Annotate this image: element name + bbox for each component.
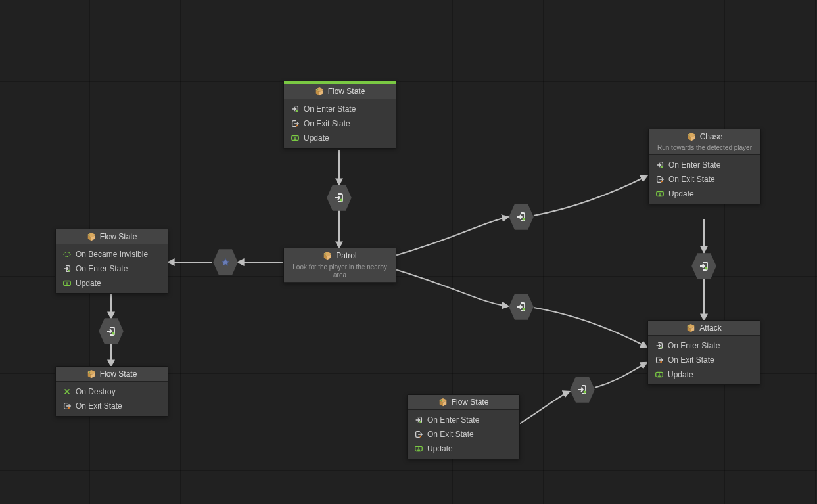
exit-state-icon: [655, 355, 664, 365]
port-label: Update: [668, 369, 693, 380]
node-header[interactable]: Attack: [648, 321, 760, 336]
exit-state-icon: [414, 430, 423, 439]
transition-patrol-to-chase[interactable]: [508, 204, 534, 230]
port-label: On Exit State: [76, 400, 122, 412]
box-icon: [686, 323, 695, 332]
transition-patrol-to-attack[interactable]: [508, 294, 534, 320]
box-icon: [87, 232, 96, 241]
node-body: On Destroy On Exit State: [56, 382, 168, 416]
node-flow-state-left-1[interactable]: Flow State On Became Invisible On Enter …: [55, 229, 168, 294]
node-body: On Became Invisible On Enter State Updat…: [56, 244, 168, 293]
node-title: Flow State: [328, 87, 365, 96]
update-icon: [62, 279, 72, 288]
exit-state-icon: [655, 175, 665, 184]
port-update[interactable]: Update: [56, 276, 168, 290]
exit-state-icon: [62, 401, 72, 411]
port-label: On Enter State: [76, 263, 128, 275]
port-label: On Destroy: [76, 386, 116, 398]
node-header[interactable]: Patrol: [284, 248, 396, 263]
node-body: On Enter State On Exit State Update: [284, 99, 396, 148]
node-title: Flow State: [100, 232, 137, 241]
node-title: Flow State: [100, 369, 137, 378]
transition-bottom-to-attack-selected[interactable]: [569, 377, 595, 403]
node-chase[interactable]: Chase Run towards the detected player On…: [648, 129, 761, 204]
node-header[interactable]: Flow State: [56, 367, 168, 382]
port-label: Update: [76, 277, 101, 289]
node-flow-state-bottom[interactable]: Flow State On Enter State On Exit State …: [407, 394, 520, 459]
port-label: On Became Invisible: [76, 248, 148, 260]
port-update[interactable]: Update: [284, 131, 396, 145]
port-update[interactable]: Update: [649, 187, 760, 201]
box-icon: [438, 398, 448, 407]
port-label: On Enter State: [668, 340, 720, 352]
port-on-enter-state[interactable]: On Enter State: [648, 338, 760, 353]
node-subtitle: Run towards the detected player: [649, 144, 760, 155]
node-header[interactable]: Flow State: [56, 229, 168, 244]
port-label: On Enter State: [427, 414, 479, 426]
box-icon: [87, 369, 96, 378]
node-header[interactable]: Flow State: [284, 81, 396, 99]
enter-state-icon: [655, 160, 665, 170]
update-icon: [291, 133, 300, 143]
box-icon: [315, 87, 324, 96]
port-update[interactable]: Update: [408, 442, 519, 456]
node-title: Flow State: [452, 398, 489, 407]
node-attack[interactable]: Attack On Enter State On Exit State Upda…: [647, 320, 760, 385]
box-icon: [687, 132, 696, 141]
port-label: On Enter State: [668, 159, 720, 171]
update-icon: [414, 444, 423, 453]
exit-state-icon: [291, 119, 300, 128]
node-flow-state-start[interactable]: Flow State On Enter State On Exit State …: [283, 81, 396, 149]
port-label: On Exit State: [427, 428, 474, 440]
destroy-icon: [62, 387, 72, 396]
node-title: Attack: [699, 323, 721, 332]
transition-any-to-leftflow[interactable]: [212, 249, 239, 275]
port-on-exit-state[interactable]: On Exit State: [56, 399, 168, 413]
port-label: On Exit State: [304, 118, 350, 129]
port-on-enter-state[interactable]: On Enter State: [284, 102, 396, 116]
port-label: Update: [668, 188, 694, 200]
port-on-exit-state[interactable]: On Exit State: [408, 427, 519, 442]
port-on-exit-state[interactable]: On Exit State: [649, 172, 760, 187]
became-invisible-icon: [62, 250, 72, 259]
node-patrol[interactable]: Patrol Look for the player in the nearby…: [283, 248, 396, 283]
port-on-enter-state[interactable]: On Enter State: [56, 262, 168, 276]
node-header[interactable]: Chase: [649, 129, 760, 144]
node-title: Chase: [700, 132, 723, 141]
transition-start-to-patrol[interactable]: [326, 185, 352, 211]
enter-state-icon: [291, 104, 300, 114]
enter-state-icon: [62, 264, 72, 273]
port-on-enter-state[interactable]: On Enter State: [408, 413, 519, 427]
enter-state-icon: [655, 341, 664, 350]
node-body: On Enter State On Exit State Update: [648, 336, 760, 384]
port-label: On Exit State: [668, 354, 714, 366]
port-label: Update: [304, 132, 329, 144]
port-on-destroy[interactable]: On Destroy: [56, 384, 168, 399]
port-label: Update: [427, 443, 453, 455]
update-icon: [655, 370, 664, 379]
graph-canvas[interactable]: Flow State On Enter State On Exit State …: [0, 0, 817, 504]
port-label: On Enter State: [304, 103, 356, 115]
port-update[interactable]: Update: [648, 367, 760, 382]
node-title: Patrol: [336, 251, 356, 260]
transition-left1-to-left2[interactable]: [98, 318, 124, 344]
enter-state-icon: [414, 415, 423, 424]
node-subtitle: Look for the player in the nearby area: [284, 263, 396, 283]
node-body: On Enter State On Exit State Update: [408, 410, 519, 459]
port-on-exit-state[interactable]: On Exit State: [284, 116, 396, 131]
node-flow-state-left-2[interactable]: Flow State On Destroy On Exit State: [55, 366, 168, 417]
update-icon: [655, 189, 665, 198]
box-icon: [323, 251, 332, 260]
port-on-enter-state[interactable]: On Enter State: [649, 158, 760, 172]
port-label: On Exit State: [668, 173, 715, 185]
port-on-became-invisible[interactable]: On Became Invisible: [56, 247, 168, 262]
node-body: On Enter State On Exit State Update: [649, 155, 760, 204]
port-on-exit-state[interactable]: On Exit State: [648, 353, 760, 367]
transition-chase-to-attack[interactable]: [691, 253, 717, 279]
node-header[interactable]: Flow State: [408, 395, 519, 410]
